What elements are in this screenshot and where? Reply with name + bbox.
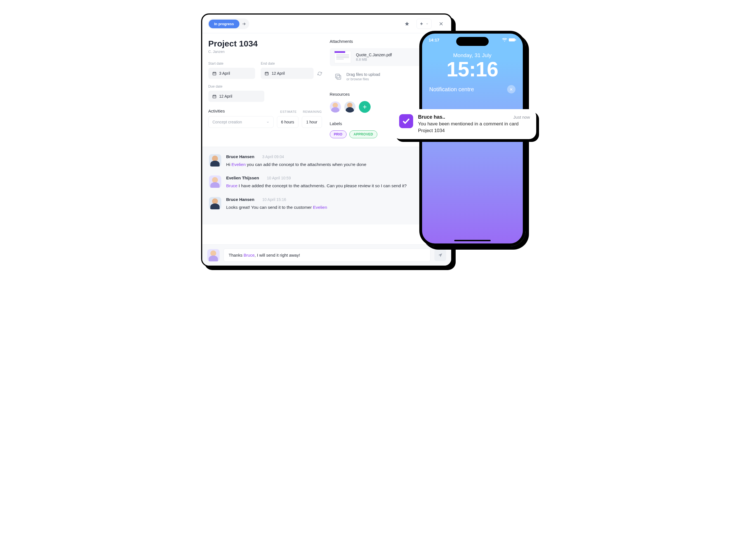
add-resource-button[interactable]	[359, 101, 371, 113]
activity-select[interactable]: Concept creation	[208, 116, 274, 128]
remaining-col-label: REMAINING	[303, 110, 322, 113]
lock-screen-time: 15:16	[422, 57, 523, 81]
svg-rect-5	[212, 72, 216, 75]
send-icon	[438, 253, 443, 258]
due-date-label: Due date	[208, 85, 264, 88]
comment-item: Bruce Hansen 3 April 09:04 Hi Evelien yo…	[209, 154, 444, 168]
copy-icon	[334, 73, 342, 81]
close-button[interactable]	[436, 19, 446, 29]
phone-notch	[456, 37, 489, 46]
sync-dates-button[interactable]	[317, 72, 322, 76]
toast-body-text: You have been mentioned in a comment in …	[418, 121, 530, 134]
actions-menu-button[interactable]	[417, 19, 432, 29]
due-date-value: 12 April	[219, 94, 232, 99]
end-date-input[interactable]: 12 April	[261, 68, 313, 79]
dropzone-title: Drag files to upload	[347, 72, 380, 77]
status-selector[interactable]: In progress	[208, 19, 250, 29]
project-owner: C. Janzen	[208, 50, 322, 54]
comment-mention[interactable]: Evelien	[313, 205, 327, 209]
estimate-value[interactable]: 6 hours	[277, 116, 298, 128]
comment-post: you can add the concept to the attachmen…	[246, 162, 366, 167]
compose-bar: Thanks Bruce, I will send it right away!	[202, 244, 451, 265]
notification-toast[interactable]: Bruce has.. Just now You have been menti…	[393, 109, 536, 139]
end-date-label: End date	[261, 62, 313, 65]
close-icon	[509, 88, 513, 91]
comment-text: Hi Evelien you can add the concept to th…	[226, 161, 444, 168]
comment-text: Looks great! You can send it to the cust…	[226, 204, 444, 211]
comment-avatar	[209, 197, 221, 209]
end-date-value: 12 April	[271, 71, 285, 76]
svg-rect-22	[515, 39, 516, 41]
comment-mention[interactable]: Bruce	[226, 183, 238, 188]
notification-app-icon	[399, 114, 413, 128]
comment-input[interactable]: Thanks Bruce, I will send it right away!	[224, 249, 430, 262]
comment-item: Bruce Hansen 10 April 15:16 Looks great!…	[209, 197, 444, 211]
battery-icon	[509, 38, 516, 42]
start-date-label: Start date	[208, 62, 255, 65]
calendar-icon	[212, 94, 217, 99]
comment-mention[interactable]: Evelien	[231, 162, 246, 167]
due-date-input[interactable]: 12 April	[208, 91, 264, 102]
comment-text: Bruce I have added the concept to the at…	[226, 183, 444, 189]
remaining-value[interactable]: 1 hour	[302, 116, 322, 128]
svg-rect-18	[335, 74, 339, 78]
status-pill: In progress	[209, 20, 240, 28]
activity-selected: Concept creation	[212, 120, 242, 124]
svg-marker-1	[405, 22, 409, 26]
document-thumbnail	[334, 51, 351, 63]
check-icon	[402, 117, 410, 125]
close-icon	[439, 22, 443, 26]
svg-rect-9	[265, 72, 268, 75]
comment-post: I have added the concept to the attachme…	[237, 183, 407, 188]
star-icon	[404, 21, 409, 26]
favorite-button[interactable]	[402, 19, 412, 29]
comments-section: Bruce Hansen 3 April 09:04 Hi Evelien yo…	[202, 147, 451, 224]
comment-author: Bruce Hansen	[226, 154, 255, 159]
sync-icon	[317, 72, 322, 76]
home-indicator[interactable]	[454, 240, 491, 241]
notification-centre-close[interactable]	[507, 85, 516, 93]
chevron-down-icon	[266, 121, 269, 124]
send-button[interactable]	[434, 249, 446, 261]
compose-avatar	[207, 249, 220, 261]
compose-pre: Thanks	[229, 253, 243, 257]
comment-item: Evelien Thijssen 10 April 10:59 Bruce I …	[209, 175, 444, 189]
comment-author: Evelien Thijssen	[226, 175, 259, 180]
comment-time: 10 April 15:16	[262, 197, 286, 202]
label-prio[interactable]: PRIO	[330, 131, 347, 138]
project-title: Project 1034	[208, 39, 322, 49]
comment-pre: Hi	[226, 162, 232, 167]
svg-marker-2	[420, 22, 423, 25]
start-date-value: 3 April	[219, 71, 230, 76]
card-header: In progress	[202, 15, 451, 33]
resource-avatar[interactable]	[330, 101, 341, 112]
calendar-icon	[212, 72, 217, 76]
lightning-icon	[420, 22, 424, 26]
comment-time: 10 April 10:59	[267, 176, 291, 180]
attachment-size: 8.8 MB	[356, 58, 392, 62]
comment-avatar	[209, 154, 221, 167]
comment-time: 3 April 09:04	[262, 155, 284, 159]
compose-mention: Bruce	[243, 253, 255, 257]
label-approved[interactable]: APPROVED	[349, 131, 377, 138]
status-bar-time: 14:17	[429, 37, 439, 42]
wifi-icon	[502, 38, 507, 42]
left-column: Project 1034 C. Janzen Start date 3 Apri…	[208, 39, 322, 138]
notification-centre-heading: Notification centre	[429, 86, 474, 93]
attachment-name: Quote_C.Janzen.pdf	[356, 53, 392, 57]
arrow-right-icon	[242, 22, 246, 26]
chevron-down-icon	[426, 22, 429, 25]
svg-rect-21	[509, 38, 515, 41]
svg-rect-17	[337, 75, 341, 79]
toast-time: Just now	[513, 115, 530, 119]
resource-avatar[interactable]	[344, 101, 355, 112]
start-date-input[interactable]: 3 April	[208, 68, 255, 79]
calendar-icon	[265, 72, 269, 76]
comment-avatar	[209, 175, 221, 188]
comment-author: Bruce Hansen	[226, 197, 255, 202]
dropzone-subtitle: or browse files	[347, 77, 380, 81]
activities-heading: Activities	[208, 109, 225, 113]
status-next-button[interactable]	[239, 19, 249, 28]
comment-pre: Looks great! You can send it to the cust…	[226, 205, 313, 209]
compose-post: , I will send it right away!	[255, 253, 300, 257]
